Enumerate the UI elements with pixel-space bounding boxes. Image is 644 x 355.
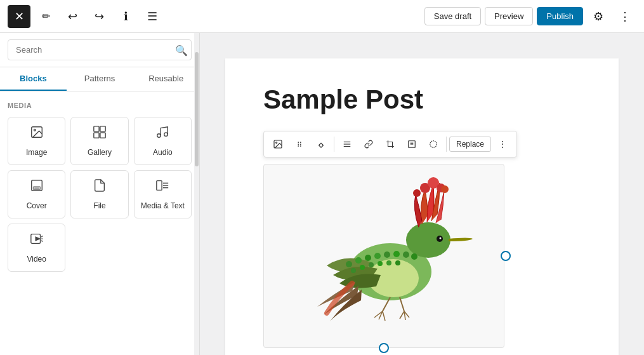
block-item-image[interactable]: Image (8, 117, 65, 165)
search-icon: 🔍 (175, 44, 188, 55)
svg-rect-2 (94, 126, 99, 131)
align-button[interactable] (337, 134, 357, 154)
circle-select-button[interactable] (423, 134, 444, 154)
svg-point-58 (395, 260, 400, 265)
block-item-media-text[interactable]: Media & Text (134, 170, 192, 218)
main-layout: 🔍 Blocks Patterns Reusable MEDIA Image (0, 33, 644, 355)
svg-point-48 (374, 253, 381, 259)
file-block-icon (93, 178, 107, 196)
save-draft-button[interactable]: Save draft (424, 7, 481, 25)
undo-button[interactable]: ↩ (61, 5, 84, 28)
more-options-icon: ⋮ (619, 10, 631, 23)
svg-rect-11 (157, 181, 162, 191)
svg-point-25 (300, 144, 301, 145)
video-block-label: Video (27, 255, 46, 264)
svg-line-17 (41, 236, 43, 237)
svg-point-21 (276, 142, 277, 144)
block-item-video[interactable]: Video (8, 224, 65, 272)
svg-point-22 (298, 142, 299, 144)
audio-block-label: Audio (153, 148, 173, 157)
svg-line-66 (400, 311, 404, 319)
resize-handle-right[interactable] (501, 251, 511, 261)
post-title[interactable]: Sample Post (263, 84, 581, 116)
tab-reusable[interactable]: Reusable (133, 67, 199, 91)
link-button[interactable] (358, 134, 379, 154)
close-icon: ✕ (15, 10, 24, 23)
settings-button[interactable]: ⚙ (587, 5, 610, 28)
search-button[interactable]: 🔍 (175, 44, 188, 56)
text-overlay-button[interactable] (402, 134, 422, 154)
info-icon: ℹ (124, 10, 128, 23)
image-type-button[interactable] (268, 134, 288, 154)
svg-point-26 (298, 145, 299, 147)
svg-point-46 (355, 257, 362, 264)
svg-rect-3 (100, 126, 105, 131)
list-view-button[interactable]: ☰ (141, 5, 164, 28)
top-bar-right: Save draft Preview Publish ⚙ ⋮ (424, 5, 636, 28)
resize-handle-bottom[interactable] (379, 343, 389, 353)
svg-point-23 (300, 142, 301, 144)
toolbar-divider-1 (334, 137, 334, 152)
edit-button[interactable]: ✏ (34, 5, 57, 28)
gallery-block-icon (93, 125, 107, 143)
scrollbar-track (194, 33, 199, 355)
sidebar-content: MEDIA Image (0, 91, 199, 355)
svg-point-44 (441, 185, 449, 193)
publish-button[interactable]: Publish (537, 7, 583, 25)
svg-line-18 (41, 241, 43, 242)
svg-point-50 (393, 251, 400, 257)
svg-point-7 (164, 133, 168, 137)
preview-button[interactable]: Preview (485, 7, 533, 25)
close-button[interactable]: ✕ (8, 5, 30, 28)
image-more-button[interactable]: ⋮ (492, 134, 513, 154)
svg-point-27 (300, 145, 301, 147)
image-block-label: Image (26, 148, 47, 157)
cover-block-label: Cover (27, 201, 47, 210)
file-block-label: File (93, 201, 105, 210)
block-item-cover[interactable]: Cover (8, 170, 65, 218)
sidebar-tabs: Blocks Patterns Reusable (0, 67, 199, 91)
audio-block-icon (155, 125, 169, 143)
svg-line-62 (383, 311, 385, 321)
svg-point-6 (157, 134, 161, 138)
svg-point-1 (34, 129, 36, 131)
svg-rect-5 (100, 133, 105, 138)
svg-point-47 (365, 255, 371, 261)
more-options-button[interactable]: ⋮ (614, 5, 636, 28)
svg-point-51 (403, 251, 409, 258)
sidebar: 🔍 Blocks Patterns Reusable MEDIA Image (0, 33, 200, 355)
block-item-gallery[interactable]: Gallery (70, 117, 128, 165)
crop-button[interactable] (380, 134, 400, 154)
block-item-file[interactable]: File (70, 170, 128, 218)
video-block-icon (30, 232, 44, 250)
svg-point-45 (346, 261, 352, 267)
undo-icon: ↩ (68, 10, 77, 23)
scrollbar-thumb[interactable] (195, 52, 199, 166)
media-text-block-icon (155, 178, 169, 196)
image-block[interactable] (263, 164, 504, 348)
svg-point-57 (386, 260, 391, 265)
move-up-down-button[interactable] (311, 134, 331, 154)
editor-wrapper: Sample Post (225, 58, 619, 355)
media-text-block-label: Media & Text (141, 201, 185, 210)
edit-icon: ✏ (42, 10, 50, 22)
svg-point-39 (440, 238, 442, 239)
drag-button[interactable] (289, 134, 310, 154)
svg-point-54 (360, 265, 365, 270)
svg-point-53 (351, 268, 356, 273)
section-label-media: MEDIA (8, 102, 192, 109)
redo-button[interactable]: ↪ (88, 5, 110, 28)
tab-patterns[interactable]: Patterns (67, 67, 133, 91)
search-input[interactable] (8, 39, 192, 60)
replace-button[interactable]: Replace (449, 137, 491, 152)
block-item-audio[interactable]: Audio (134, 117, 192, 165)
tab-blocks[interactable]: Blocks (0, 67, 67, 91)
content-area[interactable]: Sample Post (200, 33, 644, 355)
svg-point-24 (298, 144, 299, 145)
info-button[interactable]: ℹ (114, 5, 137, 28)
svg-point-52 (411, 253, 417, 260)
svg-marker-16 (36, 237, 39, 241)
toolbar-divider-2 (446, 137, 447, 152)
list-icon: ☰ (147, 10, 157, 23)
settings-icon: ⚙ (593, 10, 603, 23)
